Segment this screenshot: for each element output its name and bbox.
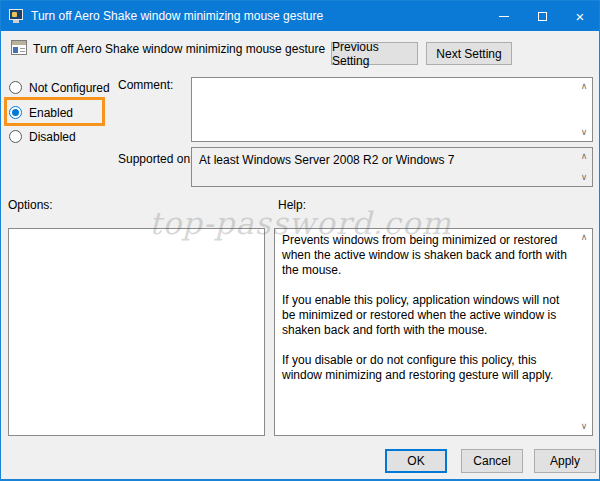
comment-input[interactable]: ∧ ∨ — [191, 77, 593, 142]
scroll-up-icon[interactable]: ∧ — [579, 233, 589, 242]
scroll-down-icon[interactable]: ∨ — [579, 422, 589, 431]
help-paragraph: If you disable or do not configure this … — [282, 353, 572, 383]
app-icon — [9, 9, 25, 23]
policy-setting-icon — [11, 40, 27, 55]
policy-title: Turn off Aero Shake window minimizing mo… — [33, 42, 325, 56]
help-text-box[interactable]: Prevents windows from being minimized or… — [274, 228, 593, 436]
cancel-button[interactable]: Cancel — [461, 449, 523, 473]
help-paragraph: Prevents windows from being minimized or… — [282, 233, 572, 278]
next-setting-button[interactable]: Next Setting — [426, 42, 512, 65]
window-title: Turn off Aero Shake window minimizing mo… — [31, 9, 323, 23]
scroll-up-icon[interactable]: ∧ — [579, 152, 589, 161]
supported-on-box: At least Windows Server 2008 R2 or Windo… — [191, 147, 593, 187]
policy-dialog-window: Turn off Aero Shake window minimizing mo… — [0, 0, 600, 481]
titlebar[interactable]: Turn off Aero Shake window minimizing mo… — [1, 1, 599, 31]
radio-label: Enabled — [29, 106, 73, 120]
help-label: Help: — [278, 198, 306, 212]
radio-not-configured[interactable]: Not Configured — [9, 80, 110, 95]
radio-label: Not Configured — [29, 81, 110, 95]
maximize-icon — [538, 12, 547, 21]
maximize-button[interactable] — [523, 1, 561, 31]
minimize-button[interactable] — [485, 1, 523, 31]
radio-checked-icon — [9, 106, 22, 119]
scroll-down-icon[interactable]: ∨ — [579, 173, 589, 182]
supported-on-label: Supported on: — [118, 152, 193, 166]
help-paragraph: If you enable this policy, application w… — [282, 293, 572, 338]
previous-setting-button[interactable]: Previous Setting — [331, 42, 418, 65]
minimize-icon — [499, 16, 509, 17]
supported-on-value: At least Windows Server 2008 R2 or Windo… — [199, 153, 454, 167]
close-button[interactable]: × — [561, 1, 599, 31]
scroll-down-icon[interactable]: ∨ — [579, 128, 589, 137]
radio-disabled[interactable]: Disabled — [9, 129, 76, 144]
radio-icon — [9, 130, 22, 143]
scroll-up-icon[interactable]: ∧ — [579, 82, 589, 91]
apply-button[interactable]: Apply — [534, 449, 596, 473]
radio-icon — [9, 81, 22, 94]
radio-label: Disabled — [29, 130, 76, 144]
options-panel — [8, 228, 265, 436]
radio-enabled[interactable]: Enabled — [9, 105, 73, 120]
comment-label: Comment: — [118, 78, 173, 92]
ok-button[interactable]: OK — [385, 449, 447, 473]
window-controls: × — [485, 1, 599, 31]
close-icon: × — [576, 9, 585, 24]
options-label: Options: — [8, 198, 53, 212]
